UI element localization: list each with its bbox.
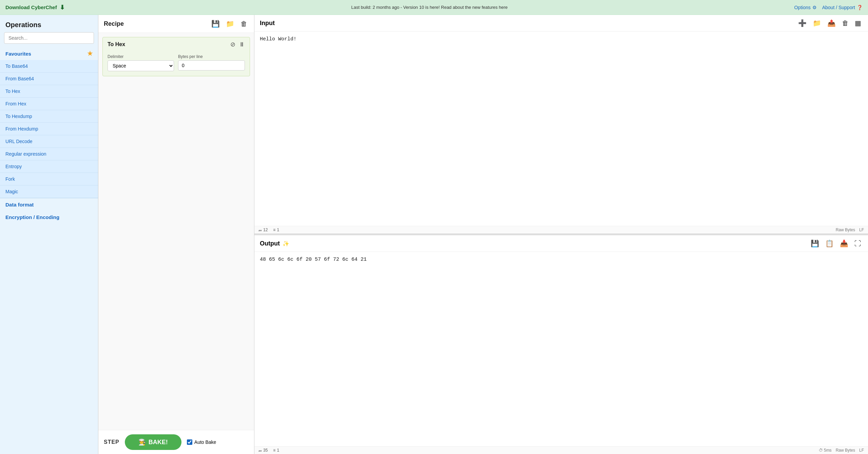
- download-section[interactable]: Download CyberChef ⬇: [5, 4, 65, 11]
- sidebar-item-fork[interactable]: Fork: [0, 173, 98, 185]
- input-add-button[interactable]: ➕: [797, 18, 808, 28]
- magic-icon: 𝓂: [258, 228, 262, 232]
- output-header: Output ✨ 💾 📋 📥 ⛶: [254, 235, 868, 252]
- chef-icon: 👨‍🍳: [138, 438, 146, 446]
- autobake-checkbox[interactable]: [187, 439, 192, 445]
- sidebar-item-url-decode[interactable]: URL Decode: [0, 135, 98, 148]
- to-hex-card-body: Delimiter Space Comma None Bytes per lin…: [103, 52, 250, 76]
- bytes-per-line-field: Bytes per line: [178, 54, 245, 71]
- clock-icon: ⏱: [819, 448, 823, 453]
- encryption-header[interactable]: Encryption / Encoding: [0, 211, 98, 223]
- output-fullscreen-button[interactable]: ⛶: [853, 239, 863, 248]
- input-icons: ➕ 📁 📤 🗑 ▦: [797, 18, 863, 28]
- output-value: 48 65 6c 6c 6f 20 57 6f 72 6c 64 21: [260, 257, 367, 262]
- about-label[interactable]: About / Support: [822, 5, 855, 10]
- sidebar-item-from-hex[interactable]: From Hex: [0, 98, 98, 110]
- input-export-button[interactable]: 📤: [826, 18, 837, 28]
- output-to-input-button[interactable]: 📥: [838, 239, 850, 248]
- favourites-header[interactable]: Favourites ★: [0, 47, 98, 60]
- input-lines: ≡ 1: [273, 228, 279, 232]
- sidebar-item-to-base64[interactable]: To Base64: [0, 60, 98, 73]
- sidebar-item-regex[interactable]: Regular expression: [0, 148, 98, 160]
- output-statusbar: 𝓂 35 ≡ 1 ⏱ 5ms Raw Bytes LF: [254, 446, 868, 454]
- output-statusbar-left: 𝓂 35 ≡ 1: [258, 448, 279, 453]
- bake-label: BAKE!: [149, 439, 168, 446]
- sidebar-item-to-hex[interactable]: To Hex: [0, 85, 98, 98]
- to-hex-pause-button[interactable]: ⏸: [239, 41, 245, 48]
- input-magic-value: 12: [263, 228, 268, 232]
- options-button[interactable]: Options ⚙: [794, 5, 816, 10]
- output-raw-bytes-btn[interactable]: Raw Bytes: [836, 448, 855, 453]
- options-label[interactable]: Options: [794, 5, 810, 10]
- output-lines-icon: ≡: [273, 448, 275, 453]
- input-statusbar-left: 𝓂 12 ≡ 1: [258, 228, 279, 232]
- input-lf-indicator: LF: [859, 228, 864, 232]
- input-title: Input: [260, 20, 275, 27]
- sidebar-item-from-base64[interactable]: From Base64: [0, 73, 98, 85]
- recipe-clear-button[interactable]: 🗑: [239, 19, 249, 28]
- output-timing-value: 5ms: [824, 448, 832, 453]
- output-statusbar-right: ⏱ 5ms Raw Bytes LF: [819, 448, 864, 453]
- bytes-per-line-input[interactable]: [178, 60, 245, 71]
- to-hex-controls: ⊘ ⏸: [230, 41, 245, 48]
- main-layout: Operations Favourites ★ To Base64 From B…: [0, 15, 868, 454]
- step-button[interactable]: STEP: [104, 439, 119, 445]
- download-icon: ⬇: [60, 4, 65, 11]
- bake-button[interactable]: 👨‍🍳 BAKE!: [125, 434, 181, 450]
- download-label[interactable]: Download CyberChef: [5, 4, 57, 10]
- sidebar-item-to-hexdump[interactable]: To Hexdump: [0, 110, 98, 123]
- magic-wand-icon[interactable]: ✨: [283, 240, 289, 247]
- delimiter-select[interactable]: Space Comma None: [108, 60, 174, 71]
- input-statusbar: 𝓂 12 ≡ 1 Raw Bytes LF: [254, 226, 868, 234]
- recipe-icons: 💾 📁 🗑: [210, 19, 249, 28]
- sidebar-item-magic[interactable]: Magic: [0, 185, 98, 198]
- input-raw-bytes-btn[interactable]: Raw Bytes: [836, 228, 855, 232]
- output-section: Output ✨ 💾 📋 📥 ⛶ 48 65 6c 6c 6f 20 57 6f…: [254, 235, 868, 454]
- topbar: Download CyberChef ⬇ Last build: 2 month…: [0, 0, 868, 15]
- output-lines: ≡ 1: [273, 448, 279, 453]
- to-hex-title: To Hex: [108, 41, 125, 47]
- input-clear-button[interactable]: 🗑: [841, 19, 850, 28]
- recipe-title: Recipe: [104, 20, 124, 27]
- to-hex-card-header: To Hex ⊘ ⏸: [103, 37, 250, 52]
- output-title: Output ✨: [260, 240, 289, 247]
- input-magic-count: 𝓂 12: [258, 228, 268, 232]
- input-textarea[interactable]: [254, 32, 868, 226]
- gear-icon: ⚙: [812, 5, 817, 10]
- input-lines-value: 1: [277, 228, 279, 232]
- recipe-open-button[interactable]: 📁: [225, 19, 236, 28]
- sidebar-item-entropy[interactable]: Entropy: [0, 160, 98, 173]
- data-format-header[interactable]: Data format: [0, 198, 98, 211]
- operations-title: Operations: [0, 15, 98, 32]
- output-timing: ⏱ 5ms: [819, 448, 832, 453]
- lines-icon: ≡: [273, 228, 275, 232]
- build-info: Last build: 2 months ago - Version 10 is…: [351, 5, 508, 10]
- output-magic-icon: 𝓂: [258, 448, 262, 453]
- search-input[interactable]: [4, 32, 94, 44]
- ops-list: Favourites ★ To Base64 From Base64 To He…: [0, 47, 98, 454]
- encryption-label: Encryption / Encoding: [5, 214, 59, 220]
- input-section: Input ➕ 📁 📤 🗑 ▦ 𝓂 12 ≡: [254, 15, 868, 234]
- recipe-header: Recipe 💾 📁 🗑: [98, 15, 254, 33]
- output-save-button[interactable]: 💾: [809, 239, 821, 248]
- favourites-label: Favourites: [5, 51, 31, 57]
- input-grid-button[interactable]: ▦: [853, 18, 863, 28]
- recipe-content: To Hex ⊘ ⏸ Delimiter Space Comma None: [98, 33, 254, 430]
- output-copy-button[interactable]: 📋: [824, 239, 835, 248]
- autobake-label[interactable]: Auto Bake: [187, 439, 216, 445]
- bake-row: STEP 👨‍🍳 BAKE! Auto Bake: [98, 430, 254, 454]
- to-hex-card: To Hex ⊘ ⏸ Delimiter Space Comma None: [102, 37, 250, 76]
- input-open-button[interactable]: 📁: [811, 18, 823, 28]
- io-panel: Input ➕ 📁 📤 🗑 ▦ 𝓂 12 ≡: [254, 15, 868, 454]
- topbar-actions: Options ⚙ About / Support ❓: [794, 5, 863, 10]
- delimiter-field: Delimiter Space Comma None: [108, 54, 174, 71]
- output-content: 48 65 6c 6c 6f 20 57 6f 72 6c 64 21: [254, 252, 868, 446]
- to-hex-disable-button[interactable]: ⊘: [230, 41, 235, 48]
- recipe-panel: Recipe 💾 📁 🗑 To Hex ⊘ ⏸ Delimiter: [98, 15, 254, 454]
- about-button[interactable]: About / Support ❓: [822, 5, 863, 10]
- sidebar-item-from-hexdump[interactable]: From Hexdump: [0, 123, 98, 135]
- output-lines-value: 1: [277, 448, 279, 453]
- input-header: Input ➕ 📁 📤 🗑 ▦: [254, 15, 868, 32]
- recipe-save-button[interactable]: 💾: [210, 19, 221, 28]
- build-info-text: Last build: 2 months ago - Version 10 is…: [351, 5, 508, 10]
